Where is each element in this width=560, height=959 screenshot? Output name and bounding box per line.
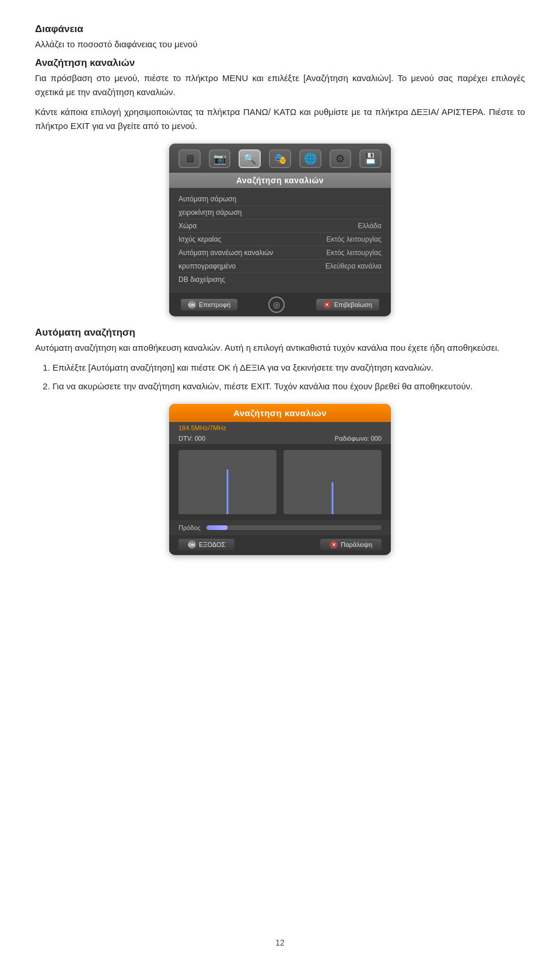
menu-row-auto-scan: Αυτόματη σάρωση: [178, 193, 382, 206]
icon-photo: 📷: [209, 149, 231, 168]
section-title-channel-search: Αναζήτηση καναλιών: [35, 57, 525, 69]
icon-save: 💾: [359, 149, 382, 168]
section-title-transparency: Διαφάνεια: [35, 23, 525, 35]
search-stats-row: DTV: 000 Ραδιόφωνο: 000: [169, 434, 391, 444]
menu-screenshot-1: 🖥 📷 🔍 🎭 🌐 ⚙ 💾 Αναζήτηση καναλιών Αυτόματ…: [169, 144, 391, 316]
search-freq: 184.5MHz/7MHz: [169, 422, 391, 434]
search-radio: Ραδιόφωνο: 000: [280, 435, 382, 442]
icon-theater: 🎭: [269, 149, 291, 168]
menu1-footer: OK Επιστροφή ◎ ✕ Επιβεβαίωση: [169, 293, 391, 316]
list-item-2: Για να ακυρώσετε την αναζήτηση καναλιών,…: [52, 379, 525, 393]
menu-topbar: 🖥 📷 🔍 🎭 🌐 ⚙ 💾: [169, 144, 391, 173]
instructions-list: Επιλέξτε [Αυτόματη αναζήτηση] και πιέστε…: [52, 361, 525, 393]
icon-tv: 🖥: [178, 149, 201, 168]
menu1-btn-ok: OK Επιστροφή: [181, 299, 237, 311]
search-progress-fill: [206, 525, 228, 530]
icon-search: 🔍: [239, 149, 261, 168]
x-circle: ✕: [323, 301, 331, 309]
search-progress-row: Πρόδος: [169, 520, 391, 535]
ok-circle: OK: [188, 301, 196, 309]
menu-row-antenna: Ισχύς κεραίας Εκτός λειτουργίας: [178, 233, 382, 246]
list-item-1: Επιλέξτε [Αυτόματη αναζήτηση] και πιέστε…: [52, 361, 525, 375]
search-footer-btns: OK ΕΞΟΔΟΣ ✕ Παράλειψη: [169, 535, 391, 555]
search-btn-cancel: ✕ Παράλειψη: [320, 539, 382, 550]
menu-row-country: Χώρα Ελλάδα: [178, 219, 382, 233]
ok-circle-2: OK: [188, 540, 196, 549]
para-transparency: Αλλάζει το ποσοστό διαφάνειας του μενού: [35, 37, 525, 51]
para-channel-search-1: Για πρόσβαση στο μενού, πιέστε το πλήκτρ…: [35, 71, 525, 99]
search-btn-exit: OK ΕΞΟΔΟΣ: [178, 539, 235, 550]
menu-row-manual-scan: χειροκίνητη σάρωση: [178, 206, 382, 219]
menu1-body: Αυτόματη σάρωση χειροκίνητη σάρωση Χώρα …: [169, 188, 391, 293]
search-progress-label: Πρόδος: [178, 524, 201, 531]
search-progress-bar: [206, 525, 382, 530]
menu1-btn-x: ✕ Επιβεβαίωση: [316, 299, 379, 311]
nav-arrow: ◎: [268, 297, 285, 313]
menu-row-db: DB διαχείρισης: [178, 273, 382, 286]
icon-globe: 🌐: [299, 149, 321, 168]
search-panel-left: [178, 450, 276, 514]
search-bar-left: [227, 469, 229, 514]
search-title: Αναζήτηση καναλιών: [169, 404, 391, 422]
menu1-title: Αναζήτηση καναλιών: [169, 173, 391, 188]
para-channel-search-2: Κάντε κάποια επιλογή χρησιμοποιώντας τα …: [35, 105, 525, 133]
search-bar-right: [332, 482, 334, 514]
para-auto-search: Αυτόματη αναζήτηση και αποθήκευση καναλι…: [35, 341, 525, 355]
search-dtv: DTV: 000: [178, 435, 280, 442]
search-panel-right: [284, 450, 382, 514]
search-panels: [169, 444, 391, 520]
icon-gear: ⚙: [330, 149, 352, 168]
subsection-title-auto-search: Αυτόματη αναζήτηση: [35, 327, 525, 339]
menu-row-encrypted: κρυπτογραφημένο Ελεύθερα κανάλια: [178, 260, 382, 273]
menu-row-auto-update: Αυτόματη ανανέωση καναλιών Εκτός λειτουρ…: [178, 246, 382, 260]
menu-screenshot-2: Αναζήτηση καναλιών 184.5MHz/7MHz DTV: 00…: [169, 404, 391, 555]
x-circle-2: ✕: [330, 540, 338, 549]
page-number: 12: [0, 938, 560, 947]
